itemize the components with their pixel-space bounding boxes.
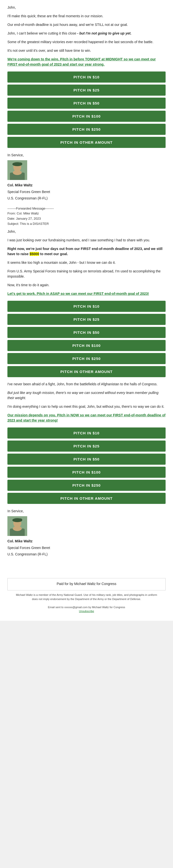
forwarded-bold-text2: to meet our goal. <box>39 252 68 256</box>
pitch-btn-250-1[interactable]: PITCH IN $250 <box>7 124 166 135</box>
pitch-btn-250-3[interactable]: PITCH IN $250 <box>7 480 166 491</box>
pitch-btn-250-2[interactable]: PITCH IN $250 <box>7 353 166 364</box>
forwarded-header: --------Forwarded Message-------- <box>7 206 166 211</box>
pitch-btn-100-1[interactable]: PITCH IN $100 <box>7 111 166 122</box>
para-after-btns-1: I've never been afraid of a fight, John,… <box>7 382 166 387</box>
cta-link-2[interactable]: Let's get to work. Pitch in ASAP so we c… <box>7 291 166 296</box>
svg-point-11 <box>18 519 22 521</box>
para-1: I'll make this quick; these are the fina… <box>7 13 166 19</box>
disclaimer-line2: does not imply endorsement by the Depart… <box>15 597 158 601</box>
svg-point-9 <box>13 526 22 531</box>
sig-name-1: Col. Mike Waltz <box>7 182 166 188</box>
forwarded-para1: I was just looking over our fundraising … <box>7 238 166 243</box>
pitch-btn-other-3[interactable]: PITCH IN OTHER AMOUNT <box>7 493 166 504</box>
pitch-btn-25-2[interactable]: PITCH IN $25 <box>7 314 166 325</box>
pitch-btn-50-2[interactable]: PITCH IN $50 <box>7 327 166 338</box>
spacer <box>7 561 166 571</box>
cta-link-2-anchor[interactable]: Let's get to work. Pitch in ASAP so we c… <box>7 291 149 296</box>
pitch-btn-50-3[interactable]: PITCH IN $50 <box>7 454 166 465</box>
pitch-btn-other-2[interactable]: PITCH IN OTHER AMOUNT <box>7 366 166 377</box>
forwarded-subject: Subject: This is a DISASTER <box>7 221 166 226</box>
para-3: John, I can't believe we're cutting it t… <box>7 31 166 36</box>
para-after-btns-3: I'm doing everything I can to help us me… <box>7 404 166 409</box>
forwarded-highlight: $5000 <box>30 252 39 256</box>
pitch-btn-50-1[interactable]: PITCH IN $50 <box>7 98 166 109</box>
pitch-btn-100-2[interactable]: PITCH IN $100 <box>7 340 166 351</box>
para-2: Our end-of-month deadline is just hours … <box>7 22 166 27</box>
button-group-2: PITCH IN $10 PITCH IN $25 PITCH IN $50 P… <box>7 301 166 377</box>
avatar-1 <box>7 160 27 180</box>
cta-link-1-anchor[interactable]: We're coming down to the wire. Pitch in … <box>7 57 156 66</box>
forwarded-para2: Right now, we're just four days out from… <box>7 246 166 257</box>
svg-point-5 <box>18 162 22 165</box>
cta-link-3-anchor[interactable]: Our mission depends on you. Pitch in NOW… <box>7 413 165 422</box>
forwarded-date: Date: January 27, 2023 <box>7 216 166 221</box>
para-3-italic: - but I'm not going to give up yet. <box>76 31 131 35</box>
signature-2: In Service, Col. Mike Waltz Special Forc… <box>7 508 166 557</box>
pitch-btn-10-2[interactable]: PITCH IN $10 <box>7 301 166 312</box>
pitch-btn-10-3[interactable]: PITCH IN $10 <box>7 428 166 439</box>
cta-link-1[interactable]: We're coming down to the wire. Pitch in … <box>7 57 166 67</box>
pitch-btn-25-3[interactable]: PITCH IN $25 <box>7 440 166 452</box>
avatar-2 <box>7 516 27 536</box>
signature-1: In Service, Col. Mike Waltz Special Forc… <box>7 152 166 201</box>
para-after-btns-2: But just like any tough mission, there's… <box>7 390 166 401</box>
forwarded-divider: --------Forwarded Message-------- From: … <box>7 206 166 226</box>
in-service-2: In Service, <box>7 508 166 514</box>
para-after-btns-2-text: But just like any tough mission, there's… <box>7 391 158 400</box>
para-5: It's not over until it's over, and we st… <box>7 48 166 53</box>
footer-box: Paid for by Michael Waltz for Congress <box>7 578 166 590</box>
sig-title1-1: Special Forces Green Beret <box>7 189 166 194</box>
forwarded-para5: Now, it's time to do it again. <box>7 282 166 288</box>
button-group-3: PITCH IN $10 PITCH IN $25 PITCH IN $50 P… <box>7 428 166 504</box>
forwarded-greeting: John, <box>7 229 166 234</box>
svg-point-3 <box>13 170 22 175</box>
email-body: John, I'll make this quick; these are th… <box>0 0 173 621</box>
in-service-1: In Service, <box>7 152 166 158</box>
para-3-text: John, I can't believe we're cutting it t… <box>7 31 76 35</box>
disclaimer-line3: Email sent to xxxxxx@gmail.com by Michae… <box>15 605 158 610</box>
footer-disclaimer: Michael Waltz is a member of the Army Na… <box>7 590 166 616</box>
para-4: Some of the greatest military victories … <box>7 39 166 44</box>
sig-name-2: Col. Mike Waltz <box>7 538 166 544</box>
pitch-btn-other-1[interactable]: PITCH IN OTHER AMOUNT <box>7 137 166 148</box>
pitch-btn-10-1[interactable]: PITCH IN $10 <box>7 71 166 83</box>
forwarded-para3: It seems like too high a mountain scale,… <box>7 260 166 265</box>
sig-title1-2: Special Forces Green Beret <box>7 545 166 551</box>
paid-by-text: Paid for by Michael Waltz for Congress <box>13 582 160 586</box>
sig-title2-1: U.S. Congressman (R-FL) <box>7 195 166 201</box>
cta-link-3[interactable]: Our mission depends on you. Pitch in NOW… <box>7 413 166 423</box>
greeting: John, <box>7 5 166 10</box>
disclaimer-line1: Michael Waltz is a member of the Army Na… <box>15 593 158 597</box>
pitch-btn-25-1[interactable]: PITCH IN $25 <box>7 85 166 96</box>
sig-title2-2: U.S. Congressman (R-FL) <box>7 552 166 557</box>
unsubscribe-link[interactable]: Unsubscribe <box>79 610 94 613</box>
button-group-1: PITCH IN $10 PITCH IN $25 PITCH IN $50 P… <box>7 71 166 148</box>
forwarded-para4: From U.S. Army Special Forces training t… <box>7 269 166 279</box>
forwarded-from: From: Col. Mike Waltz <box>7 211 166 216</box>
pitch-btn-100-3[interactable]: PITCH IN $100 <box>7 467 166 478</box>
